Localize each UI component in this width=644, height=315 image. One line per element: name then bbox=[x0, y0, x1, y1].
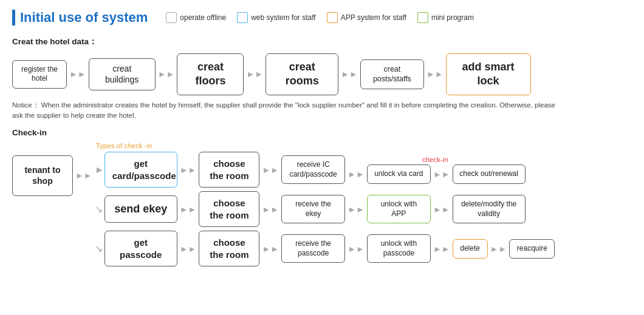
checkin-title: Check-in bbox=[12, 128, 632, 137]
hotel-section-title: Creat the hotel data： bbox=[12, 36, 632, 47]
checkin-row-2: ↘ send ekey ►► choose the room ►► receiv… bbox=[95, 191, 555, 227]
r3-arrow-2: ►► bbox=[262, 244, 279, 254]
step-unlock-app: unlock with APP bbox=[367, 195, 431, 223]
checkin-container: tenant to shop ►► Types of check -in ► g… bbox=[12, 142, 632, 266]
legend-web: web system for staff bbox=[237, 12, 315, 23]
arrow-1: ►► bbox=[69, 69, 86, 79]
checkin-red-label: check-in bbox=[422, 156, 448, 163]
checkin-row-3: ↘ get passcode ►► choose the room ►► rec… bbox=[95, 231, 555, 266]
step-unlock-passcode: unlock with passcode bbox=[367, 234, 431, 263]
r2-arrow-3: ►► bbox=[348, 205, 365, 214]
step-posts: creat posts/staffs bbox=[360, 59, 424, 89]
step-choose-room-1: choose the room bbox=[199, 152, 259, 188]
r1-arrow-2: ►► bbox=[262, 165, 279, 175]
r1-checkin-flow: ►► unlock via card ►► check out/renewal bbox=[345, 164, 525, 184]
step-register: register the hotel bbox=[12, 60, 67, 89]
arrow-4: ►► bbox=[341, 69, 358, 79]
step-floors: creat floors bbox=[177, 53, 244, 95]
step-choose-room-2: choose the room bbox=[199, 191, 259, 227]
legend-label-app: APP system for staff bbox=[341, 13, 406, 22]
tenant-arrow: ►► bbox=[75, 171, 92, 180]
step-receive-ekey: receive the ekey bbox=[281, 195, 345, 223]
branch-arrow-1: ► bbox=[95, 164, 103, 175]
arrow-3: ►► bbox=[246, 69, 263, 79]
legend-mini: mini program bbox=[417, 12, 474, 23]
checkin-label-col: check-in ►► unlock via card ►► check out… bbox=[345, 156, 525, 184]
arrow-5: ►► bbox=[426, 69, 444, 79]
hotel-notice: Notice： When the administrator creates t… bbox=[12, 100, 559, 121]
page-header: Initial use of system operate offline we… bbox=[12, 10, 632, 25]
step-buildings: creat buildings bbox=[89, 58, 156, 90]
r2-arrow-4: ►► bbox=[433, 205, 450, 214]
branch-arrow-2: ↘ bbox=[95, 203, 103, 215]
r3-arrow-4: ►► bbox=[433, 244, 450, 254]
branch-container: Types of check -in ► get card/passcode ►… bbox=[95, 142, 555, 266]
legend-offline: operate offline bbox=[166, 12, 226, 23]
step-unlock-card: unlock via card bbox=[367, 164, 431, 184]
step-get-passcode: get passcode bbox=[104, 231, 177, 266]
r3-arrow-3: ►► bbox=[348, 244, 365, 254]
legend-box-orange bbox=[327, 12, 338, 23]
step-rooms: creat rooms bbox=[265, 53, 338, 95]
types-label: Types of check -in bbox=[96, 142, 555, 149]
legend-box-plain bbox=[166, 12, 177, 23]
legend-label-web: web system for staff bbox=[251, 13, 315, 22]
step-receive-passcode: receive the passcode bbox=[281, 234, 345, 263]
legend-box-green bbox=[417, 12, 428, 23]
step-reacquire: reacquire bbox=[509, 239, 555, 259]
r2-arrow-1: ►► bbox=[180, 205, 197, 214]
step-delete: delete bbox=[453, 239, 488, 259]
step-get-card: get card/passcode bbox=[104, 152, 177, 188]
step-choose-room-3: choose the room bbox=[199, 231, 259, 266]
legend-box-blue bbox=[237, 12, 248, 23]
checkin-row-1: ► get card/passcode ►► choose the room ►… bbox=[95, 152, 555, 188]
r1-arrow-1: ►► bbox=[180, 165, 197, 175]
r1-arrow-3: ►► bbox=[348, 169, 365, 179]
branch-arrow-3: ↘ bbox=[95, 243, 103, 254]
legend: operate offline web system for staff APP… bbox=[166, 12, 474, 23]
legend-label-mini: mini program bbox=[431, 13, 474, 22]
step-receive-ic: receive IC card/passcode bbox=[281, 155, 345, 184]
arrow-2: ►► bbox=[158, 69, 175, 79]
tenant-col: tenant to shop ►► bbox=[12, 155, 95, 195]
step-send-ekey: send ekey bbox=[104, 195, 177, 223]
step-smartlock: add smart lock bbox=[446, 53, 531, 95]
tenant-box: tenant to shop bbox=[12, 155, 73, 195]
r2-arrow-2: ►► bbox=[262, 205, 279, 214]
checkin-section: Check-in tenant to shop ►► Types of chec… bbox=[12, 128, 632, 266]
step-checkout: check out/renewal bbox=[453, 164, 526, 184]
step-delete-modify: delete/modify the validity bbox=[453, 195, 526, 223]
legend-app: APP system for staff bbox=[327, 12, 406, 23]
r3-arrow-5: ►► bbox=[490, 244, 507, 254]
r1-arrow-4: ►► bbox=[433, 169, 450, 179]
page-title: Initial use of system bbox=[12, 10, 148, 25]
hotel-flow-row: register the hotel ►► creat buildings ►►… bbox=[12, 53, 632, 95]
r3-arrow-1: ►► bbox=[180, 244, 197, 254]
legend-label-offline: operate offline bbox=[180, 13, 226, 22]
